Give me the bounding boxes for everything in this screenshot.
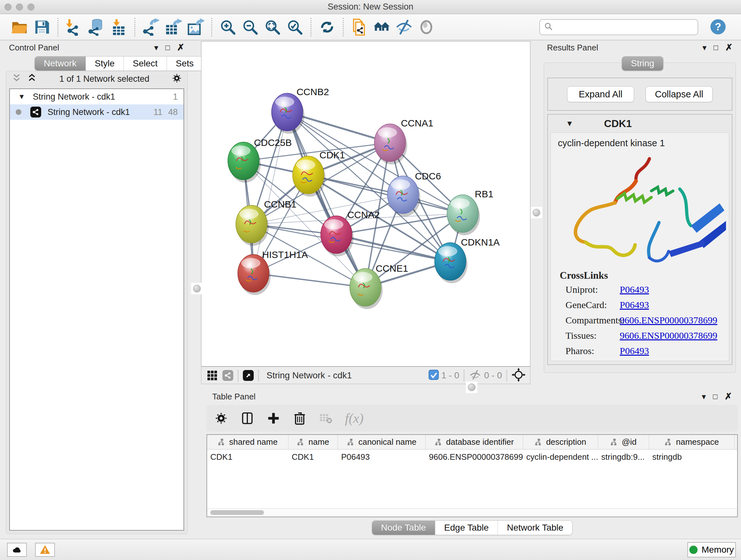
horizontal-scrollbar[interactable] (207, 508, 737, 516)
network-view-canvas[interactable]: CCNB2CCNA1CDC25BCDK1CDC6RB1CCNB1CCNA2CDK… (201, 41, 530, 367)
search-input[interactable] (556, 22, 694, 32)
import-network-file-button[interactable] (63, 17, 85, 37)
memory-button[interactable]: Memory (687, 542, 736, 557)
column-header-canonical-name[interactable]: canonical name (338, 435, 426, 449)
column-header-shared-name[interactable]: shared name (207, 435, 288, 449)
help-button[interactable]: ? (709, 18, 727, 36)
selected-checkbox-icon[interactable] (428, 370, 439, 381)
table-row[interactable]: CDK1CDK1P064939606.ENSP00000378699cyclin… (207, 449, 737, 464)
export-image-button[interactable] (185, 17, 207, 37)
hide-unhide-button[interactable] (393, 17, 415, 37)
close-panel-icon[interactable]: ✗ (725, 392, 732, 401)
zoom-fit-button[interactable] (261, 17, 284, 37)
float-caret-icon[interactable]: ▾ (702, 44, 706, 52)
export-network-icon (142, 18, 159, 36)
crosslink-link[interactable]: P06493 (620, 284, 649, 295)
node-CDC25B[interactable] (228, 142, 261, 183)
network-options-gear-icon[interactable] (172, 73, 182, 85)
node-CCNB1[interactable] (236, 205, 269, 246)
column-header-label: @id (622, 437, 636, 447)
splitter-handle[interactable] (466, 381, 477, 393)
tab-network[interactable]: Network (35, 57, 86, 71)
hidden-eye-icon[interactable] (469, 368, 482, 382)
grid-view-icon[interactable] (206, 369, 219, 382)
collapse-all-networks-icon[interactable] (11, 73, 22, 85)
float-window-icon[interactable]: □ (165, 44, 170, 51)
birdseye-toggle-button[interactable] (415, 17, 437, 37)
zoom-in-button[interactable] (217, 17, 239, 37)
search-box[interactable] (539, 19, 698, 35)
string-import-button[interactable] (348, 17, 370, 37)
node-HIST1H1A[interactable] (238, 254, 271, 295)
column-header-label: name (308, 437, 329, 447)
string-home-button[interactable] (370, 17, 393, 37)
tab-select[interactable]: Select (124, 57, 167, 71)
column-header-namespace[interactable]: namespace (649, 435, 735, 449)
delete-column-button[interactable] (293, 411, 307, 425)
tab-string[interactable]: String (622, 57, 663, 71)
tab-style[interactable]: Style (86, 57, 124, 71)
node-CDC6[interactable] (387, 176, 420, 216)
close-panel-icon[interactable]: ✗ (177, 43, 185, 52)
node-CCNB2[interactable] (272, 93, 305, 134)
network-row[interactable]: String Network - cdk1 11 48 (10, 105, 184, 120)
node-CCNA2[interactable] (321, 216, 354, 256)
show-columns-button[interactable] (240, 411, 254, 425)
node-CCNA1[interactable] (374, 124, 407, 165)
first-neighbors-button[interactable] (316, 17, 338, 37)
tab-sets[interactable]: Sets (167, 57, 203, 71)
tab-network-table[interactable]: Network Table (498, 521, 572, 535)
float-window-icon[interactable]: □ (714, 44, 718, 51)
expand-all-button[interactable]: Expand All (567, 86, 634, 102)
float-caret-icon[interactable]: ▾ (154, 44, 158, 52)
warnings-button[interactable] (35, 543, 55, 557)
delete-table-button (319, 411, 333, 425)
main-toolbar: ? (0, 14, 741, 40)
column-header-name[interactable]: name (288, 435, 338, 449)
cloud-button[interactable] (7, 543, 27, 557)
close-panel-icon[interactable]: ✗ (725, 43, 733, 52)
node-CDK1[interactable] (293, 156, 326, 197)
network-collection-row[interactable]: ▼ String Network - cdk1 1 (10, 89, 184, 105)
float-window-icon[interactable]: □ (713, 393, 718, 400)
open-session-button[interactable] (8, 17, 30, 37)
column-header-description[interactable]: description (523, 435, 598, 449)
splitter-handle[interactable] (191, 283, 203, 294)
zoom-selected-button[interactable] (284, 17, 306, 37)
houses-icon (373, 18, 390, 36)
crosslink-link[interactable]: 9606.ENSP00000378699 (620, 330, 718, 341)
column-header-database-identifier[interactable]: database identifier (426, 435, 523, 449)
column-header--id[interactable]: @id (598, 435, 649, 449)
import-network-database-button[interactable] (85, 17, 108, 37)
save-session-button[interactable] (30, 17, 53, 37)
birdseye-view-icon[interactable] (243, 370, 254, 381)
scrollbar-thumb[interactable] (210, 510, 264, 515)
section-expander-icon[interactable]: ▼ (566, 119, 574, 128)
gene-section-header[interactable]: ▼ CDK1 (548, 115, 732, 132)
node-CCNE1[interactable] (350, 268, 383, 309)
table-panel-title: Table Panel (212, 392, 256, 401)
tab-edge-table[interactable]: Edge Table (435, 521, 498, 535)
node-label-CCNB1: CCNB1 (264, 199, 296, 209)
table-settings-button[interactable] (214, 411, 228, 425)
float-caret-icon[interactable]: ▾ (702, 392, 706, 401)
share-network-icon[interactable] (222, 370, 233, 381)
expand-all-networks-icon[interactable] (26, 73, 37, 85)
crosslink-label: Pharos: (565, 346, 620, 356)
crosslink-link[interactable]: 9606.ENSP00000378699 (620, 315, 718, 326)
tab-node-table[interactable]: Node Table (372, 521, 435, 535)
export-table-button[interactable] (162, 17, 185, 37)
collapse-all-button[interactable]: Collapse All (646, 86, 713, 102)
node-RB1[interactable] (447, 195, 480, 235)
create-column-button[interactable] (266, 411, 280, 425)
node-CDKN1A[interactable] (434, 243, 468, 283)
fit-selected-crosshair-icon[interactable] (512, 368, 526, 383)
splitter-handle[interactable] (531, 207, 542, 219)
export-network-button[interactable] (140, 17, 162, 37)
zoom-out-button[interactable] (239, 17, 261, 37)
tree-expander-icon[interactable]: ▼ (18, 92, 25, 101)
import-table-button[interactable] (108, 17, 130, 37)
crosslink-link[interactable]: P06493 (620, 346, 649, 356)
share-white-icon (224, 372, 232, 379)
crosslink-link[interactable]: P06493 (620, 300, 649, 310)
